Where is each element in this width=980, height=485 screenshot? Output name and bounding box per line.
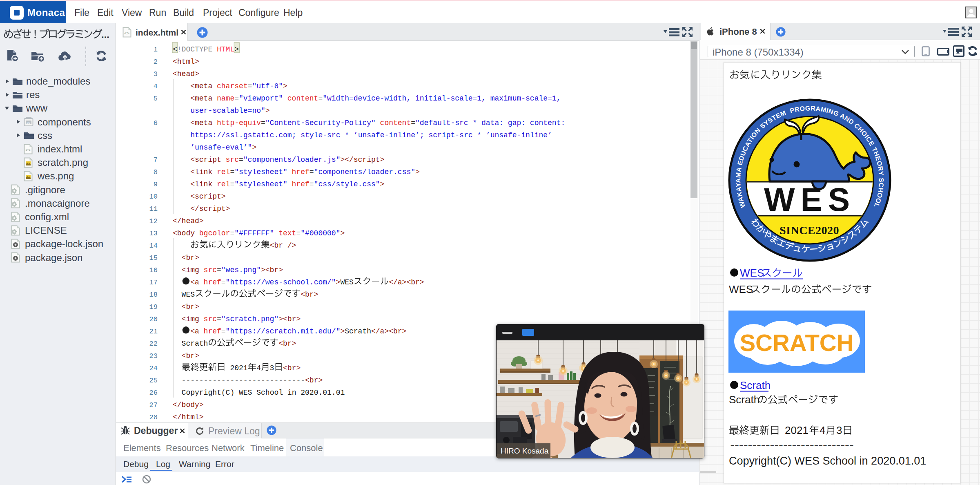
svg-text:</a><br>: </a><br> xyxy=(389,278,424,286)
svg-text:<: < xyxy=(173,45,177,54)
svg-text:20: 20 xyxy=(149,315,158,323)
svg-text:><br>: ><br> xyxy=(278,315,301,323)
svg-text:4: 4 xyxy=(154,83,158,90)
svg-text:1: 1 xyxy=(154,46,158,54)
svg-text:"#000000": "#000000" xyxy=(301,229,340,237)
svg-text:>: > xyxy=(340,327,345,335)
svg-text:rel: rel xyxy=(217,168,230,176)
svg-text:8: 8 xyxy=(154,168,158,176)
svg-text:Copyright(C) WES School in 202: Copyright(C) WES School in 2020.01.01 xyxy=(182,389,345,397)
svg-text:<meta: <meta xyxy=(190,82,217,90)
svg-text:12: 12 xyxy=(149,217,158,225)
svg-text:"default-src * data: gap: cont: "default-src * data: gap: content: xyxy=(415,119,565,127)
svg-text:href: href xyxy=(292,168,310,176)
svg-text:<link: <link xyxy=(190,180,217,188)
svg-text:href: href xyxy=(292,180,310,188)
svg-text:>: > xyxy=(283,82,287,90)
svg-text:<br />: <br /> xyxy=(270,241,296,250)
svg-text:></script>: ></script> xyxy=(340,156,384,164)
svg-text:17: 17 xyxy=(149,279,158,286)
svg-text:content: content xyxy=(380,119,411,127)
svg-text:=: = xyxy=(411,119,415,127)
svg-text:=: = xyxy=(217,315,221,323)
svg-text:WES: WES xyxy=(764,181,855,218)
svg-text:23: 23 xyxy=(149,352,158,360)
svg-text:9: 9 xyxy=(154,181,158,188)
svg-text:href: href xyxy=(204,327,221,335)
svg-text:=: = xyxy=(310,168,314,176)
svg-text:=: = xyxy=(310,180,314,188)
svg-text:24: 24 xyxy=(149,364,158,372)
svg-text:>: > xyxy=(252,143,256,152)
svg-text:HIRO Kosada: HIRO Kosada xyxy=(501,447,549,455)
svg-text:>: > xyxy=(415,168,420,176)
svg-text:>: > xyxy=(380,180,385,188)
svg-text:...: ... xyxy=(101,29,109,40)
svg-text:bgcolor: bgcolor xyxy=(199,229,230,237)
svg-text:15: 15 xyxy=(149,254,158,262)
svg-text:text: text xyxy=(278,229,296,237)
svg-text:HTML: HTML xyxy=(212,45,234,54)
svg-text:<br>: <br> xyxy=(182,352,199,360)
svg-text:</head>: </head> xyxy=(173,217,204,225)
svg-text:"wes.png": "wes.png" xyxy=(221,266,261,274)
svg-text:22: 22 xyxy=(149,340,158,348)
svg-text:"components/loader.css": "components/loader.css" xyxy=(314,168,415,176)
svg-text:5: 5 xyxy=(154,95,158,103)
svg-text:13: 13 xyxy=(149,230,158,237)
svg-text:=: = xyxy=(296,229,301,237)
svg-text:11: 11 xyxy=(149,205,158,213)
svg-text:src: src xyxy=(204,266,217,274)
svg-text:6: 6 xyxy=(154,119,158,127)
svg-text:14: 14 xyxy=(149,242,158,250)
svg-text:21: 21 xyxy=(149,328,158,335)
svg-text:<>: <> xyxy=(124,31,129,36)
svg-text:25: 25 xyxy=(149,377,158,384)
svg-text:JS: JS xyxy=(27,121,30,125)
svg-text:<img: <img xyxy=(182,266,204,274)
svg-text:Scrath: Scrath xyxy=(729,393,760,406)
svg-text:26: 26 xyxy=(149,389,158,397)
svg-text:"https://wes-school.com/": "https://wes-school.com/" xyxy=(226,278,336,286)
svg-text:=: = xyxy=(221,278,226,286)
svg-text:<>: <> xyxy=(25,148,31,153)
svg-text:>: > xyxy=(336,278,341,286)
svg-text:</body>: </body> xyxy=(173,401,204,409)
svg-text:"viewport": "viewport" xyxy=(239,94,283,103)
svg-text:<meta: <meta xyxy=(190,94,217,103)
svg-text:4: 4 xyxy=(256,364,261,372)
svg-text:10: 10 xyxy=(149,193,158,201)
svg-text:<a: <a xyxy=(190,327,203,335)
svg-text:=: = xyxy=(318,94,323,103)
svg-text:"https://scratch.mit.edu/": "https://scratch.mit.edu/" xyxy=(226,327,341,335)
svg-text:"css/style.css": "css/style.css" xyxy=(314,180,380,188)
svg-text:3: 3 xyxy=(836,424,842,436)
svg-text:"components/loader.js": "components/loader.js" xyxy=(243,156,341,164)
svg-text:<br>: <br> xyxy=(182,254,199,262)
svg-text:3: 3 xyxy=(270,364,274,372)
svg-text:Scrath: Scrath xyxy=(345,327,371,335)
svg-text:<br>: <br> xyxy=(305,376,323,384)
svg-text:=: = xyxy=(230,229,234,237)
svg-text:charset: charset xyxy=(217,82,248,90)
svg-text:<meta: <meta xyxy=(190,119,217,127)
svg-text:user-scalable=no": user-scalable=no" xyxy=(190,107,265,115)
svg-text:=: = xyxy=(230,180,234,188)
svg-text:src: src xyxy=(204,315,217,323)
svg-text:16: 16 xyxy=(149,266,158,274)
svg-text:WES: WES xyxy=(340,278,353,286)
svg-text:28: 28 xyxy=(149,413,158,421)
svg-text:<body: <body xyxy=(173,229,199,237)
svg-text:2021: 2021 xyxy=(785,424,808,436)
svg-text:"#FFFFFF": "#FFFFFF" xyxy=(234,229,274,237)
svg-text:"stylesheet": "stylesheet" xyxy=(234,168,287,176)
svg-text:WES: WES xyxy=(740,267,764,279)
svg-text:SINCE2020: SINCE2020 xyxy=(780,224,839,237)
svg-text:rel: rel xyxy=(217,180,230,188)
svg-text:=: = xyxy=(248,82,252,90)
svg-text:2: 2 xyxy=(154,58,158,66)
svg-text:</a><br>: </a><br> xyxy=(371,327,406,335)
svg-text:19: 19 xyxy=(149,303,158,311)
svg-text:href: href xyxy=(204,278,221,286)
svg-text:3: 3 xyxy=(154,70,158,78)
